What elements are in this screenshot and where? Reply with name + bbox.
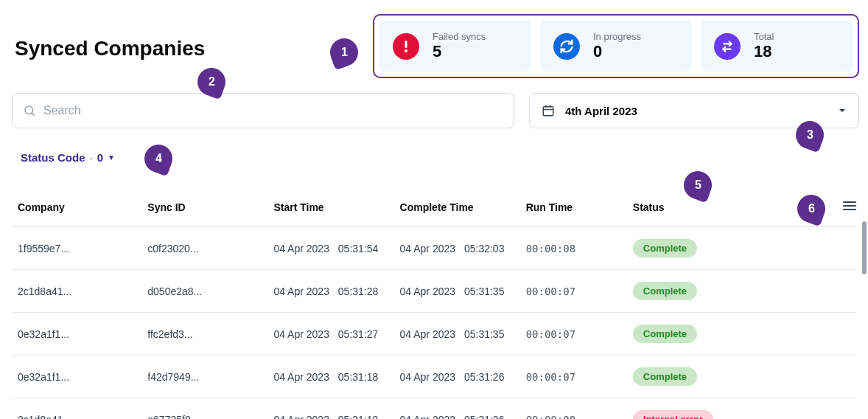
cell-status: Complete <box>627 356 826 398</box>
cell-company: 2c1d8a41... <box>12 398 141 420</box>
svg-line-3 <box>32 113 35 116</box>
cell-company: 0e32a1f1... <box>12 356 141 398</box>
cell-company: 2c1d8a41... <box>12 270 141 313</box>
col-status[interactable]: Status <box>627 190 826 227</box>
cell-complete: 04 Apr 2023 05:31:26 <box>394 356 520 398</box>
svg-point-1 <box>405 49 407 52</box>
cell-start: 04 Apr 2023 05:31:18 <box>267 398 393 420</box>
alert-icon <box>393 33 419 60</box>
table-row[interactable]: 2c1d8a41...d050e2a8...04 Apr 2023 05:31:… <box>12 270 856 313</box>
stat-progress-value: 0 <box>593 42 641 61</box>
cell-status: Complete <box>627 313 826 356</box>
status-badge: Complete <box>633 239 697 257</box>
status-badge: Complete <box>633 325 697 343</box>
callout-1: 1 <box>326 35 363 71</box>
cell-status: Internal error <box>627 398 826 420</box>
status-code-count: 0 <box>97 151 103 164</box>
status-badge: Internal error <box>633 410 713 419</box>
col-start-time[interactable]: Start Time <box>267 190 393 227</box>
chevron-down-icon <box>838 106 847 115</box>
cell-run: 00:00:07 <box>520 270 627 313</box>
status-badge: Complete <box>633 367 697 386</box>
cell-run: 00:00:08 <box>520 227 627 270</box>
calendar-icon <box>542 104 555 117</box>
cell-run: 00:00:08 <box>520 398 627 420</box>
stat-total[interactable]: Total 18 <box>701 21 853 72</box>
cell-complete: 04 Apr 2023 05:31:26 <box>394 398 520 420</box>
cell-status: Complete <box>627 270 826 313</box>
sync-icon <box>553 33 580 60</box>
cell-sync-id: ffc2efd3... <box>141 313 267 356</box>
stat-failed[interactable]: Failed syncs 5 <box>379 21 531 72</box>
svg-point-2 <box>25 106 33 114</box>
cell-run: 00:00:07 <box>520 356 627 398</box>
stat-total-value: 18 <box>754 42 774 61</box>
date-picker[interactable]: 4th April 2023 <box>529 93 859 128</box>
table-row[interactable]: 0e32a1f1...ffc2efd3...04 Apr 2023 05:31:… <box>12 313 856 356</box>
col-sync-id[interactable]: Sync ID <box>141 190 267 227</box>
cell-complete: 04 Apr 2023 05:31:35 <box>394 270 520 313</box>
col-company[interactable]: Company <box>12 190 141 227</box>
svg-rect-0 <box>405 41 407 48</box>
stat-failed-value: 5 <box>433 42 486 61</box>
col-complete-time[interactable]: Complete Time <box>394 190 520 227</box>
table-options-icon[interactable] <box>843 201 856 213</box>
sync-table: Company Sync ID Start Time Complete Time… <box>12 190 856 419</box>
cell-company: 1f9559e7... <box>12 227 141 270</box>
cell-complete: 04 Apr 2023 05:32:03 <box>394 227 520 270</box>
search-input[interactable] <box>43 104 503 117</box>
stat-total-label: Total <box>754 31 774 42</box>
stat-failed-label: Failed syncs <box>433 31 486 42</box>
stat-progress-label: In progress <box>593 31 641 42</box>
search-icon <box>23 104 36 117</box>
cell-company: 0e32a1f1... <box>12 313 141 356</box>
stats-panel: Failed syncs 5 In progress 0 Total 18 <box>373 14 859 78</box>
scrollbar[interactable] <box>862 221 867 274</box>
page-title: Synced Companies <box>15 37 205 60</box>
table-row[interactable]: 1f9559e7...c0f23020...04 Apr 2023 05:31:… <box>12 227 856 270</box>
cell-start: 04 Apr 2023 05:31:27 <box>267 313 393 356</box>
filters-row: 4th April 2023 <box>12 93 859 128</box>
status-code-label: Status Code <box>21 151 85 164</box>
cell-status: Complete <box>627 227 826 270</box>
cell-start: 04 Apr 2023 05:31:54 <box>267 227 393 270</box>
cell-sync-id: f42d7949... <box>141 356 267 398</box>
callout-4: 4 <box>141 141 177 177</box>
stat-progress[interactable]: In progress 0 <box>540 21 692 72</box>
date-label: 4th April 2023 <box>565 105 827 117</box>
cell-sync-id: d050e2a8... <box>141 270 267 313</box>
table-header-row: Company Sync ID Start Time Complete Time… <box>12 190 856 227</box>
chevron-down-icon: ▼ <box>108 153 115 162</box>
cell-sync-id: e67735f8... <box>141 398 267 420</box>
cell-start: 04 Apr 2023 05:31:18 <box>267 356 393 398</box>
search-field[interactable] <box>12 93 514 128</box>
col-run-time[interactable]: Run Time <box>520 190 627 227</box>
table-row[interactable]: 0e32a1f1...f42d7949...04 Apr 2023 05:31:… <box>12 356 856 398</box>
status-badge: Complete <box>633 282 697 300</box>
svg-rect-4 <box>543 107 553 116</box>
cell-sync-id: c0f23020... <box>141 227 267 270</box>
table-row[interactable]: 2c1d8a41...e67735f8...04 Apr 2023 05:31:… <box>12 398 856 420</box>
cell-complete: 04 Apr 2023 05:31:35 <box>394 313 520 356</box>
cell-start: 04 Apr 2023 05:31:28 <box>267 270 393 313</box>
cell-run: 00:00:07 <box>520 313 627 356</box>
status-code-filter[interactable]: Status Code · 0 ▼ <box>21 151 115 164</box>
swap-icon <box>714 33 741 60</box>
